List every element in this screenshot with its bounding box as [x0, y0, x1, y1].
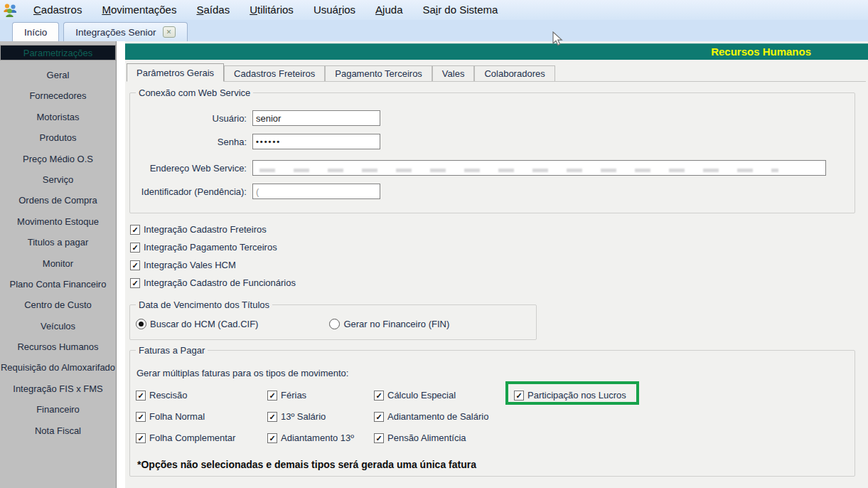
senha-label: Senha:: [130, 137, 252, 147]
sidebar-item-servico[interactable]: Serviço: [0, 169, 116, 190]
radio-gerar-no-financeiro[interactable]: Gerar no Financeiro (FIN): [329, 319, 449, 329]
checkbox-pensao-alimenticia[interactable]: ✓ Pensão Alimentícia: [374, 429, 514, 447]
identificador-input[interactable]: [252, 184, 380, 199]
radio-selected-icon: [136, 319, 146, 329]
checkbox-checked-icon: ✓: [374, 412, 384, 422]
tab-parametros-gerais[interactable]: Parâmetros Gerais: [127, 63, 224, 82]
tab-integracoes-senior-label: Integrações Senior: [75, 27, 156, 38]
senha-row: Senha:: [130, 134, 380, 149]
invoices-group: Faturas a Pagar Gerar múltiplas faturas …: [129, 350, 855, 477]
checkbox-13-salario[interactable]: ✓ 13º Salário: [267, 408, 374, 425]
module-title: Recursos Humanos: [711, 44, 811, 60]
tab-vales[interactable]: Vales: [432, 65, 475, 81]
checkbox-integracao-cadastro-freteiros[interactable]: ✓ Integração Cadastro Freteiros: [130, 221, 296, 238]
checkbox-adiantamento-de-salario[interactable]: ✓ Adiantamento de Salário: [374, 408, 514, 425]
checkbox-checked-icon: ✓: [267, 412, 277, 422]
checkbox-integracao-vales-hcm[interactable]: ✓ Integração Vales HCM: [130, 256, 296, 274]
module-header: Recursos Humanos: [125, 43, 868, 60]
checkbox-integracao-cadastro-de-funcionarios[interactable]: ✓ Integração Cadastro de Funcionários: [130, 274, 296, 292]
identificador-row: Identificador (Pendência):: [130, 184, 380, 199]
checkbox-checked-icon: ✓: [267, 391, 277, 401]
endereco-label: Endereço Web Service:: [130, 163, 252, 174]
checkbox-checked-icon: ✓: [267, 433, 277, 443]
sidebar-item-integracao-fis-x-fms[interactable]: Integração FIS x FMS: [0, 378, 116, 399]
sidebar-item-ordens-de-compra[interactable]: Ordens de Compra: [0, 190, 116, 211]
menu-ajuda[interactable]: Ajuda: [365, 0, 412, 20]
grid-row: ✓ Folha Normal ✓ 13º Salário ✓ Adiantame…: [136, 408, 847, 429]
checkbox-checked-icon: ✓: [136, 391, 146, 401]
sidebar-item-veiculos[interactable]: Veículos: [0, 316, 116, 336]
sidebar: Parametrizações Geral Fornecedores Motor…: [0, 41, 117, 488]
invoices-subtitle: Gerar múltiplas faturas para os tipos de…: [136, 368, 348, 378]
sidebar-item-nota-fiscal[interactable]: Nota Fiscal: [0, 420, 116, 441]
sidebar-item-plano-conta-financeiro[interactable]: Plano Conta Financeiro: [0, 274, 116, 295]
menu-cadastros[interactable]: Cadastros: [23, 0, 92, 20]
senha-input[interactable]: [252, 134, 380, 149]
single-invoice-note: *Opções não selecionadas e demais tipos …: [137, 459, 476, 470]
checkbox-checked-icon: ✓: [130, 278, 140, 288]
radio-unselected-icon: [329, 319, 340, 329]
users-icon: [2, 2, 18, 18]
sidebar-item-motoristas[interactable]: Motoristas: [0, 107, 116, 127]
checkbox-adiantamento-13[interactable]: ✓ Adiantamento 13º: [267, 429, 374, 447]
checkbox-rescisao[interactable]: ✓ Rescisão: [136, 386, 267, 404]
sidebar-item-geral[interactable]: Geral: [0, 65, 116, 85]
sidebar-item-monitor[interactable]: Monitor: [0, 253, 116, 274]
movement-type-grid: ✓ Rescisão ✓ Férias ✓ Cálculo Especial ✓: [136, 386, 847, 450]
menu-utilitarios[interactable]: Utilitários: [240, 0, 304, 20]
sidebar-item-parametrizacoes[interactable]: Parametrizações: [0, 45, 116, 60]
menu-saidas[interactable]: Saídas: [186, 0, 240, 20]
close-tab-icon[interactable]: ✕: [163, 26, 176, 38]
group-title: Faturas a Pagar: [136, 345, 208, 356]
sidebar-item-preco-medio-os[interactable]: Preço Médio O.S: [0, 149, 116, 169]
checkbox-checked-icon: ✓: [514, 391, 524, 401]
grid-row: ✓ Rescisão ✓ Férias ✓ Cálculo Especial ✓: [136, 386, 847, 408]
menu-usuarios[interactable]: Usuários: [304, 0, 365, 20]
identificador-label: Identificador (Pendência):: [130, 186, 252, 197]
sidebar-item-requisicao-do-almoxarifado[interactable]: Requisição do Almoxarifado: [0, 357, 116, 378]
checkbox-checked-icon: ✓: [374, 433, 384, 443]
sidebar-item-fornecedores[interactable]: Fornecedores: [0, 85, 116, 106]
checkbox-checked-icon: ✓: [130, 260, 140, 270]
grid-row: ✓ Folha Complementar ✓ Adiantamento 13º …: [136, 429, 847, 450]
endereco-input[interactable]: [252, 160, 826, 176]
usuario-label: Usuário:: [130, 113, 252, 124]
tab-inicio[interactable]: Início: [12, 22, 59, 41]
menu-bar: Cadastros Movimentações Saídas Utilitári…: [0, 0, 868, 20]
due-date-options: Buscar do HCM (Cad.CIF) Gerar no Finance…: [136, 319, 449, 329]
sidebar-item-centro-de-custo[interactable]: Centro de Custo: [0, 295, 116, 315]
tab-integracoes-senior[interactable]: Integrações Senior ✕: [63, 22, 187, 41]
connection-group: Conexão com Web Service Usuário: Senha: …: [129, 92, 855, 213]
due-date-group: Data de Vencimento dos Títulos Buscar do…: [129, 304, 537, 340]
content-tab-bar: Parâmetros Gerais Cadastros Freteiros Pa…: [127, 63, 866, 82]
sidebar-item-recursos-humanos[interactable]: Recursos Humanos: [0, 336, 116, 357]
checkbox-calculo-especial[interactable]: ✓ Cálculo Especial: [374, 386, 514, 404]
tab-inicio-label: Início: [24, 27, 47, 38]
checkbox-checked-icon: ✓: [374, 391, 384, 401]
usuario-input[interactable]: [252, 110, 380, 126]
endereco-row: Endereço Web Service:: [130, 160, 826, 176]
tab-cadastros-freteiros[interactable]: Cadastros Freteiros: [224, 65, 325, 81]
usuario-row: Usuário:: [130, 110, 380, 126]
checkbox-participacao-nos-lucros[interactable]: ✓ Participação nos Lucros: [514, 386, 626, 404]
app-window: Cadastros Movimentações Saídas Utilitári…: [0, 0, 868, 488]
sidebar-item-titulos-a-pagar[interactable]: Titulos a pagar: [0, 232, 116, 253]
checkbox-checked-icon: ✓: [130, 243, 140, 253]
sidebar-item-produtos[interactable]: Produtos: [0, 127, 116, 148]
sidebar-item-financeiro[interactable]: Financeiro: [0, 399, 116, 420]
menu-sair-do-sistema[interactable]: Sair do Sistema: [412, 0, 508, 20]
checkbox-folha-complementar[interactable]: ✓ Folha Complementar: [136, 429, 267, 447]
group-title: Data de Vencimento dos Títulos: [136, 299, 272, 310]
checkbox-integracao-pagamento-terceiros[interactable]: ✓ Integração Pagamento Terceiros: [130, 238, 296, 256]
checkbox-checked-icon: ✓: [136, 433, 146, 443]
tab-colaboradores[interactable]: Colaboradores: [474, 65, 554, 81]
sidebar-item-movimento-estoque[interactable]: Movimento Estoque: [0, 211, 116, 232]
checkbox-checked-icon: ✓: [130, 225, 140, 235]
radio-buscar-do-hcm[interactable]: Buscar do HCM (Cad.CIF): [136, 319, 258, 329]
checkbox-folha-normal[interactable]: ✓ Folha Normal: [136, 408, 267, 425]
menu-movimentacoes[interactable]: Movimentações: [92, 0, 186, 20]
window-tab-bar: Início Integrações Senior ✕: [0, 20, 868, 41]
checkbox-ferias[interactable]: ✓ Férias: [267, 386, 374, 404]
group-title: Conexão com Web Service: [136, 87, 253, 98]
tab-pagamento-terceiros[interactable]: Pagamento Terceiros: [325, 65, 432, 81]
